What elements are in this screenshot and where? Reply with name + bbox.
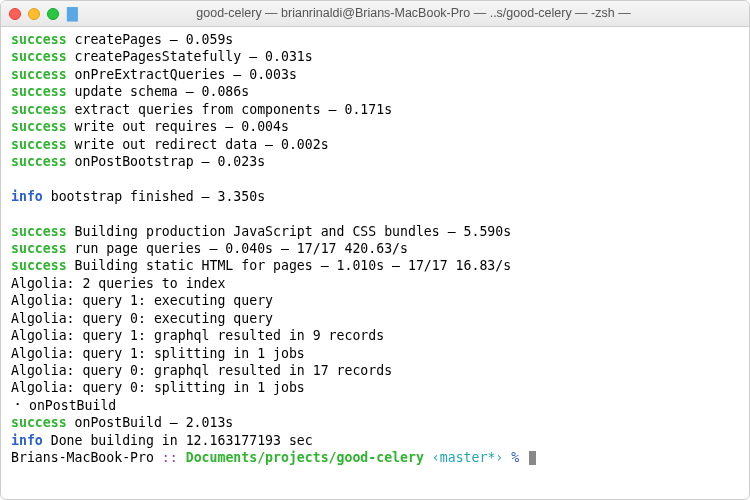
log-line: success Building production JavaScript a… bbox=[11, 223, 739, 240]
log-line: Algolia: query 0: graphql resulted in 17… bbox=[11, 362, 739, 379]
status-success: success bbox=[11, 102, 67, 117]
log-line: Algolia: query 1: graphql resulted in 9 … bbox=[11, 327, 739, 344]
prompt-host: Brians-MacBook-Pro bbox=[11, 450, 154, 465]
prompt-sep: :: bbox=[154, 450, 186, 465]
minimize-icon[interactable] bbox=[28, 8, 40, 20]
zoom-icon[interactable] bbox=[47, 8, 59, 20]
status-success: success bbox=[11, 119, 67, 134]
prompt-branch-open: ‹ bbox=[424, 450, 440, 465]
log-line: success update schema — 0.086s bbox=[11, 83, 739, 100]
log-line: Algolia: query 0: executing query bbox=[11, 310, 739, 327]
window-controls bbox=[9, 8, 59, 20]
log-line: success createPages — 0.059s bbox=[11, 31, 739, 48]
log-line: success onPostBuild — 2.013s bbox=[11, 414, 739, 431]
log-line: Algolia: query 1: splitting in 1 jobs bbox=[11, 345, 739, 362]
log-line: info Done building in 12.163177193 sec bbox=[11, 432, 739, 449]
log-line: Algolia: query 0: splitting in 1 jobs bbox=[11, 379, 739, 396]
status-success: success bbox=[11, 258, 67, 273]
status-info: info bbox=[11, 189, 43, 204]
log-line: success onPreExtractQueries — 0.003s bbox=[11, 66, 739, 83]
log-line: success Building static HTML for pages —… bbox=[11, 257, 739, 274]
status-success: success bbox=[11, 137, 67, 152]
status-success: success bbox=[11, 84, 67, 99]
blank-line bbox=[11, 170, 739, 187]
log-line: success extract queries from components … bbox=[11, 101, 739, 118]
log-line: Algolia: query 1: executing query bbox=[11, 292, 739, 309]
status-success: success bbox=[11, 32, 67, 47]
prompt-branch: master* bbox=[440, 450, 496, 465]
log-line: success write out requires — 0.004s bbox=[11, 118, 739, 135]
terminal-output[interactable]: success createPages — 0.059s success cre… bbox=[1, 27, 749, 473]
spinner-line: ⠐ onPostBuild bbox=[11, 397, 739, 414]
prompt-path: Documents/projects/good-celery bbox=[186, 450, 424, 465]
status-success: success bbox=[11, 154, 67, 169]
log-line: success onPostBootstrap — 0.023s bbox=[11, 153, 739, 170]
window-title: good-celery — brianrinaldi@Brians-MacBoo… bbox=[86, 5, 741, 22]
cursor-icon bbox=[529, 451, 536, 465]
log-line: success createPagesStatefully — 0.031s bbox=[11, 48, 739, 65]
status-success: success bbox=[11, 49, 67, 64]
folder-icon: ▇ bbox=[67, 4, 78, 22]
log-line: Algolia: 2 queries to index bbox=[11, 275, 739, 292]
prompt-sigil: % bbox=[503, 450, 527, 465]
titlebar: ▇ good-celery — brianrinaldi@Brians-MacB… bbox=[1, 1, 749, 27]
status-success: success bbox=[11, 224, 67, 239]
status-success: success bbox=[11, 67, 67, 82]
prompt-line[interactable]: Brians-MacBook-Pro :: Documents/projects… bbox=[11, 449, 739, 466]
log-line: success run page queries — 0.040s — 17/1… bbox=[11, 240, 739, 257]
status-info: info bbox=[11, 433, 43, 448]
blank-line bbox=[11, 205, 739, 222]
log-line: success write out redirect data — 0.002s bbox=[11, 136, 739, 153]
close-icon[interactable] bbox=[9, 8, 21, 20]
log-line: info bootstrap finished — 3.350s bbox=[11, 188, 739, 205]
status-success: success bbox=[11, 241, 67, 256]
status-success: success bbox=[11, 415, 67, 430]
